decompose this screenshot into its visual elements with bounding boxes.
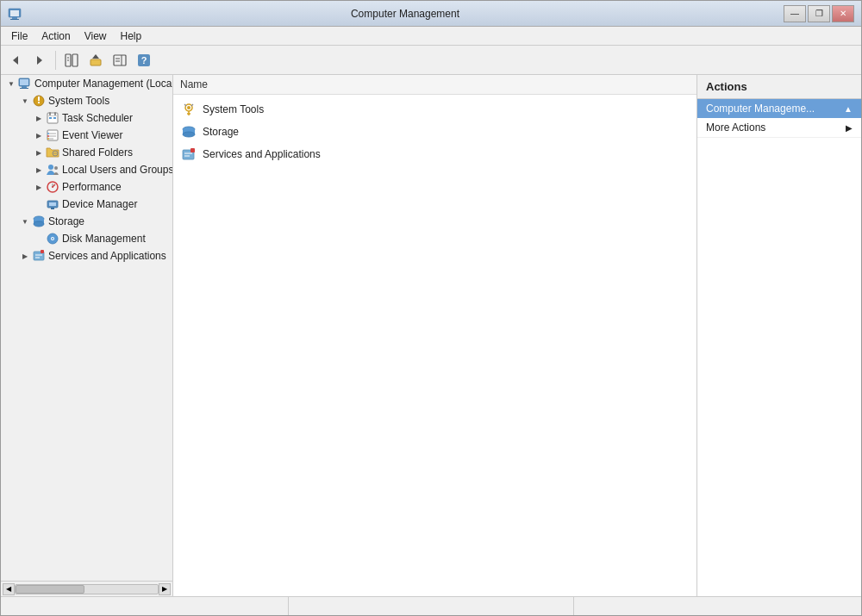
tree-root-label: Computer Management (Local bbox=[34, 78, 172, 90]
shared-folders-icon bbox=[46, 146, 59, 159]
svg-rect-47 bbox=[49, 202, 56, 206]
content-services-icon bbox=[180, 146, 197, 163]
actions-section-collapse-icon: ▲ bbox=[844, 104, 853, 114]
tree-storage-label: Storage bbox=[48, 215, 84, 227]
content-item-storage[interactable]: Storage bbox=[173, 121, 696, 143]
svg-rect-72 bbox=[191, 148, 195, 152]
tree-expand-event-viewer[interactable]: ▶ bbox=[32, 128, 46, 142]
title-bar: Computer Management — ❐ ✕ bbox=[1, 1, 861, 27]
tree-task-scheduler[interactable]: ▶ Task Scheduler bbox=[1, 109, 172, 127]
help-button[interactable]: ? bbox=[133, 49, 155, 72]
content-list: System Tools Storage bbox=[173, 95, 696, 169]
tree-expand-system-tools[interactable]: ▼ bbox=[18, 94, 32, 108]
tree-expand-root[interactable]: ▼ bbox=[4, 77, 18, 90]
svg-rect-26 bbox=[49, 112, 51, 115]
tree-disk-management[interactable]: Disk Management bbox=[1, 230, 172, 247]
scrollbar-left[interactable]: ◀ bbox=[3, 583, 15, 595]
device-manager-icon bbox=[46, 197, 59, 211]
tree-disk-management-label: Disk Management bbox=[62, 233, 146, 245]
svg-rect-24 bbox=[38, 102, 40, 103]
tree-expand-services[interactable]: ▶ bbox=[18, 249, 32, 263]
tree-system-tools-label: System Tools bbox=[48, 95, 109, 107]
status-bar bbox=[1, 596, 861, 615]
svg-rect-1 bbox=[10, 10, 19, 16]
svg-rect-21 bbox=[20, 88, 28, 89]
svg-rect-3 bbox=[10, 19, 19, 20]
svg-point-40 bbox=[48, 165, 53, 170]
svg-point-68 bbox=[183, 132, 195, 137]
tree-shared-folders[interactable]: ▶ Shared Folders bbox=[1, 144, 172, 161]
toolbar: ? bbox=[1, 46, 861, 75]
content-item-system-tools[interactable]: System Tools bbox=[173, 98, 696, 121]
menu-help[interactable]: Help bbox=[114, 28, 149, 44]
menu-action[interactable]: Action bbox=[34, 28, 77, 44]
tree-local-users[interactable]: ▶ Local Users and Groups bbox=[1, 161, 172, 178]
storage-icon bbox=[32, 215, 46, 228]
restore-button[interactable]: ❐ bbox=[808, 5, 830, 22]
svg-point-63 bbox=[187, 106, 191, 109]
tree-expand-storage[interactable]: ▼ bbox=[18, 215, 32, 228]
local-users-icon bbox=[46, 163, 59, 177]
tree-scrollbar: ◀ ▶ bbox=[1, 581, 172, 596]
tree-expand-local-users[interactable]: ▶ bbox=[32, 163, 46, 177]
svg-rect-10 bbox=[91, 59, 101, 65]
content-item-services[interactable]: Services and Applications bbox=[173, 143, 696, 165]
svg-rect-48 bbox=[51, 208, 54, 209]
svg-rect-23 bbox=[38, 96, 40, 101]
up-one-level-button[interactable] bbox=[84, 49, 107, 72]
svg-point-35 bbox=[47, 133, 49, 134]
menu-file[interactable]: File bbox=[4, 28, 34, 44]
scrollbar-thumb[interactable] bbox=[16, 585, 84, 594]
show-hide-tree-button[interactable] bbox=[60, 49, 83, 72]
window-controls: — ❐ ✕ bbox=[784, 5, 854, 22]
actions-header: Actions bbox=[697, 75, 861, 99]
tree-event-viewer[interactable]: ▶ Event Viewer bbox=[1, 127, 172, 144]
menu-view[interactable]: View bbox=[78, 28, 114, 44]
svg-rect-28 bbox=[47, 115, 58, 116]
performance-icon bbox=[46, 180, 59, 194]
computer-icon bbox=[18, 77, 32, 90]
tree-root[interactable]: ▼ Computer Management (Local bbox=[1, 75, 172, 92]
svg-text:?: ? bbox=[141, 55, 147, 65]
scrollbar-track[interactable] bbox=[15, 584, 159, 594]
tree-shared-folders-label: Shared Folders bbox=[62, 146, 133, 159]
tree-expand-disk-management bbox=[32, 232, 46, 246]
tree-expand-device-manager bbox=[32, 197, 46, 211]
actions-more-actions[interactable]: More Actions ▶ bbox=[697, 118, 861, 138]
tree-expand-task-scheduler[interactable]: ▶ bbox=[32, 111, 46, 125]
svg-rect-7 bbox=[72, 54, 78, 66]
minimize-button[interactable]: — bbox=[784, 5, 806, 22]
tree-device-manager[interactable]: Device Manager bbox=[1, 196, 172, 213]
content-system-tools-icon bbox=[180, 101, 197, 118]
content-storage-icon bbox=[180, 123, 197, 140]
main-window: Computer Management — ❐ ✕ File Action Vi… bbox=[0, 0, 862, 616]
tree-services-applications-label: Services and Applications bbox=[48, 250, 166, 262]
svg-point-41 bbox=[54, 166, 58, 170]
svg-marker-5 bbox=[37, 56, 42, 65]
show-hide-action-pane-button[interactable] bbox=[109, 49, 131, 72]
services-icon bbox=[32, 249, 46, 263]
svg-point-51 bbox=[34, 221, 44, 227]
svg-rect-12 bbox=[114, 55, 126, 65]
close-button[interactable]: ✕ bbox=[832, 5, 854, 22]
scrollbar-right[interactable]: ▶ bbox=[159, 583, 171, 595]
svg-point-37 bbox=[47, 138, 49, 140]
tree-event-viewer-label: Event Viewer bbox=[62, 129, 122, 141]
tree-system-tools[interactable]: ▼ System Tools bbox=[1, 92, 172, 109]
svg-line-65 bbox=[191, 104, 193, 106]
content-pane: Name System Tools bbox=[173, 75, 697, 596]
svg-point-55 bbox=[52, 238, 53, 240]
status-section-2 bbox=[289, 597, 573, 615]
svg-rect-25 bbox=[47, 113, 58, 123]
forward-button[interactable] bbox=[28, 49, 51, 72]
tree-storage[interactable]: ▼ Storage bbox=[1, 213, 172, 230]
tree-device-manager-label: Device Manager bbox=[62, 198, 137, 210]
content-header: Name bbox=[173, 75, 696, 95]
tree-services-applications[interactable]: ▶ Services and Applications bbox=[1, 247, 172, 264]
actions-section-title[interactable]: Computer Manageme... ▲ bbox=[697, 99, 861, 118]
tree-expand-shared-folders[interactable]: ▶ bbox=[32, 146, 46, 159]
svg-line-64 bbox=[184, 104, 186, 106]
tree-performance[interactable]: ▶ Performance bbox=[1, 178, 172, 196]
tree-expand-performance[interactable]: ▶ bbox=[32, 180, 46, 194]
back-button[interactable] bbox=[4, 49, 27, 72]
